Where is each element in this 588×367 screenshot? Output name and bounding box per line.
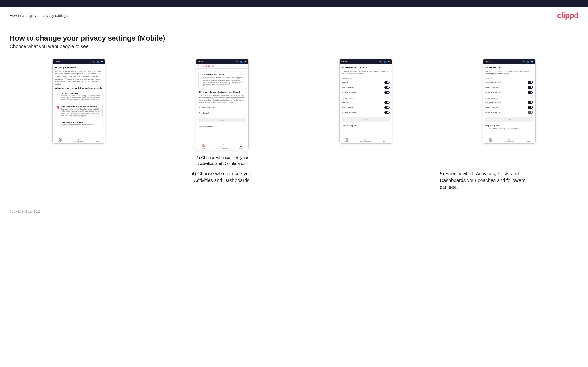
nav-home-1[interactable]: 🏠 Home: [59, 138, 62, 142]
more-icon-3[interactable]: ☰: [388, 60, 390, 63]
help-support-2: Help & Support: [199, 124, 246, 128]
caption-text-4: 5) Specify which Activities, Posts and D…: [440, 170, 531, 191]
home-icon-2: 🏠: [202, 144, 205, 147]
activities-posts-title-3: Activities and Posts: [342, 66, 389, 69]
mob-topbar-1: ‹ Back 🔍 👤 ☰: [53, 59, 105, 64]
followers-round-insights-toggle[interactable]: [528, 106, 533, 109]
show-hide-text: Regardless of the privacy controls that …: [199, 94, 246, 103]
performance-icon-3: 📈: [364, 138, 367, 141]
followers-rounds-toggle[interactable]: [384, 101, 389, 104]
show-hide-heading: Show or hide specific features in Clippd: [199, 91, 246, 93]
profile-icon-2[interactable]: 👤: [240, 60, 242, 63]
nav-performance-label-3: My Performance: [361, 141, 371, 142]
followers-manual-toggle[interactable]: [384, 111, 389, 114]
followers-manual-label: Manual Activities: [342, 111, 356, 114]
search-icon-3[interactable]: 🔍: [379, 60, 382, 63]
back-button-4[interactable]: ‹ Back: [485, 60, 491, 63]
nav-performance-2[interactable]: 📈 My Performance: [217, 144, 228, 149]
nav-home-label-1: Home: [59, 141, 62, 142]
save-button-4[interactable]: Save: [485, 117, 533, 122]
back-button-1[interactable]: ‹ Back: [55, 60, 60, 63]
followers-what-to-work-label: What To Work On: [485, 111, 501, 114]
who-can-see-title-1: Who Can See Your Activities and Dashboar…: [55, 87, 103, 90]
profile-icon-3[interactable]: 👤: [383, 60, 386, 63]
option-approved[interactable]: Only Approved Followers and Your Coach O…: [55, 104, 103, 118]
nav-home-3[interactable]: 🏠 Home: [345, 138, 349, 142]
nav-home-label-4: Home: [489, 141, 493, 142]
back-button-3[interactable]: ‹ Back: [341, 60, 347, 63]
page-heading: How to change your privacy settings (Mob…: [10, 34, 578, 42]
nav-menu-1[interactable]: ☰ Menu: [96, 138, 99, 142]
save-button-3[interactable]: Save: [342, 117, 389, 122]
help-support-4: Help & Support: [485, 123, 533, 127]
mobile-frame-4: ‹ Back 🔍 👤 ☰ Dashboards Select the dashb…: [483, 59, 536, 144]
nav-menu-label-1: Menu: [96, 141, 99, 142]
search-icon-1[interactable]: 🔍: [92, 60, 95, 63]
more-icon-1[interactable]: ☰: [101, 60, 103, 63]
coaches-player-dashboard-row: Player Dashboard: [485, 80, 533, 85]
nav-home-4[interactable]: 🏠 Home: [489, 138, 493, 142]
coaches-manual-label: Manual Activities: [342, 92, 356, 94]
coaches-rounds-toggle[interactable]: [384, 81, 389, 84]
coaches-what-to-work-row: What To Work On: [485, 90, 533, 95]
caption-spacer-3: [296, 167, 435, 191]
option-everyone[interactable]: Everyone on Clippd Everyone on Clippd ca…: [55, 91, 103, 102]
option-everyone-label: Everyone on Clippd: [61, 92, 101, 94]
screenshot-group-1: ‹ Back 🔍 👤 ☰ Privacy Controls Control ho…: [10, 59, 148, 167]
radio-approved: [57, 106, 59, 108]
coaches-drills-toggle[interactable]: [384, 86, 389, 89]
home-icon-4: 🏠: [489, 138, 492, 141]
save-button-2[interactable]: Save: [199, 118, 246, 123]
caption-area-2: 4) Choose who can see your Activities an…: [153, 167, 292, 191]
nav-menu-label-2: Menu: [239, 148, 243, 149]
mob-tab-bar-2: Privacy Controls: [196, 64, 248, 69]
dashboards-row[interactable]: Dashboards ›: [199, 110, 246, 116]
tab-privacy-controls[interactable]: Privacy Controls: [196, 64, 215, 68]
nav-performance-4[interactable]: 📈 My Performance: [504, 138, 514, 142]
coaches-what-to-work-toggle[interactable]: [528, 91, 533, 94]
copyright: Copyright Clippd 2022: [10, 210, 41, 213]
back-button-2[interactable]: ‹ Back: [198, 60, 204, 63]
nav-menu-label-4: Menu: [526, 141, 529, 142]
option-approved-desc: Only approved followers and coaches you …: [61, 108, 101, 117]
mob-content-2: Only You and Your Coach Only you and the…: [196, 71, 248, 143]
home-icon-3: 🏠: [345, 138, 349, 141]
option-everyone-desc: Everyone on Clippd can search for you an…: [61, 94, 101, 101]
activities-posts-row[interactable]: Activities and Posts ›: [199, 105, 246, 110]
help-support-3: Help & Support: [342, 123, 389, 127]
mobile-frame-1: ‹ Back 🔍 👤 ☰ Privacy Controls Control ho…: [52, 59, 105, 144]
nav-performance-3[interactable]: 📈 My Performance: [361, 138, 371, 142]
profile-icon-4[interactable]: 👤: [527, 60, 529, 63]
coaches-round-insights-row: Round Insights: [485, 85, 533, 90]
followers-drills-toggle[interactable]: [384, 106, 389, 109]
profile-icon-1[interactable]: 👤: [96, 60, 99, 63]
search-icon-2[interactable]: 🔍: [236, 60, 238, 63]
followers-rounds-label: Rounds: [342, 101, 349, 103]
search-icon-4[interactable]: 🔍: [523, 60, 525, 63]
followers-what-to-work-toggle[interactable]: [528, 111, 533, 114]
screenshot-group-4: ‹ Back 🔍 👤 ☰ Dashboards Select the dashb…: [440, 59, 578, 167]
option-only-you[interactable]: Only You and Your Coach Only you and the…: [55, 120, 103, 127]
followers-label-3: FOLLOWERS: [342, 97, 389, 99]
popup-radio-circle: [200, 77, 202, 79]
nav-menu-3[interactable]: ☰ Menu: [383, 138, 386, 142]
followers-round-insights-row: Round Insights: [485, 105, 533, 110]
main-content: How to change your privacy settings (Mob…: [0, 25, 588, 205]
nav-home-2[interactable]: 🏠 Home: [202, 144, 206, 149]
nav-home-label-3: Home: [345, 141, 349, 142]
coaches-player-dashboard-toggle[interactable]: [528, 81, 533, 84]
followers-player-dashboard-toggle[interactable]: [528, 101, 533, 104]
coaches-round-insights-toggle[interactable]: [528, 86, 533, 89]
more-icon-4[interactable]: ☰: [531, 60, 533, 63]
logo: clippd: [557, 11, 578, 20]
nav-menu-2[interactable]: ☰ Menu: [239, 144, 243, 149]
dashboards-title-4: Dashboards: [485, 66, 533, 69]
home-icon-1: 🏠: [59, 138, 62, 141]
coaches-round-insights-label: Round Insights: [485, 86, 498, 89]
mob-bottom-nav-3: 🏠 Home 📈 My Performance ☰ Menu: [340, 136, 392, 143]
nav-menu-4[interactable]: ☰ Menu: [526, 138, 529, 142]
more-icon-2[interactable]: ☰: [244, 60, 247, 63]
nav-performance-1[interactable]: 📈 My Performance: [74, 138, 84, 142]
menu-icon-1: ☰: [96, 138, 99, 141]
coaches-manual-toggle[interactable]: [384, 91, 389, 94]
